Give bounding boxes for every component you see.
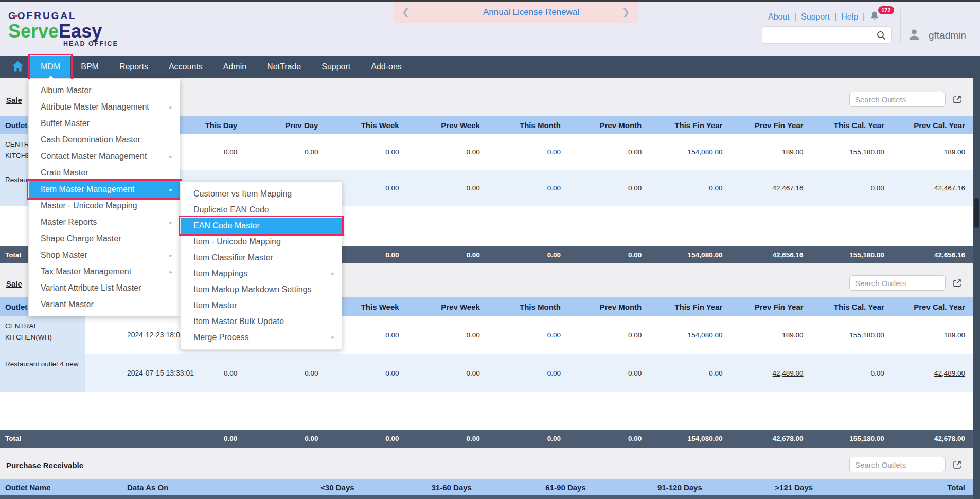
value-cell: 0.00	[407, 170, 488, 206]
menu-item-shop-master[interactable]: Shop Master▸	[29, 247, 180, 263]
menu-item-item-master-management[interactable]: Item Master Management▸	[29, 181, 180, 198]
value-link[interactable]: 155,180.00	[849, 331, 884, 339]
notifications-button[interactable]: 172	[869, 11, 895, 23]
submenu-item-item-unicode-mapping[interactable]: Item - Unicode Mapping	[181, 234, 342, 249]
banner-text[interactable]: Annual License Renewal	[409, 7, 622, 17]
menu-item-tax-master-management[interactable]: Tax Master Management▸	[29, 263, 180, 280]
column-header-prev-month: Prev Month	[569, 121, 650, 130]
menu-item-label: Master Reports	[41, 218, 97, 227]
value: 0.00	[628, 331, 642, 339]
menu-item-cash-denomination-master[interactable]: Cash Denomination Master	[29, 132, 180, 148]
value-link[interactable]: 189.00	[782, 331, 803, 339]
nav-item-admin[interactable]: Admin	[213, 56, 257, 78]
sales-table-2: Outlet NameThis DayPrev DayThis WeekPrev…	[0, 297, 973, 448]
user-menu[interactable]: gftadmin	[907, 27, 966, 44]
app-header: GOFRUGAL ServeEasy HEAD OFFICE ❮ Annual …	[0, 2, 980, 56]
total-value-cell: 154,080.00	[650, 251, 730, 259]
nav-item-accounts[interactable]: Accounts	[158, 56, 213, 78]
menu-item-shape-charge-master[interactable]: Shape Charge Master	[29, 230, 180, 247]
menu-item-label: Shop Master	[41, 251, 87, 260]
outlet-name-cell: Restaurant outlet 4 new	[0, 354, 85, 392]
value: 154,080.00	[688, 148, 723, 156]
about-link[interactable]: About	[768, 12, 790, 22]
column-header-this-cal-year: This Cal. Year	[812, 302, 893, 311]
menu-item-label: Variant Master	[41, 300, 94, 309]
total-value-cell: 0.00	[165, 435, 245, 442]
menu-item-label: Item Mappings	[193, 269, 247, 278]
search-outlets-input[interactable]	[849, 275, 946, 291]
total-value-cell: 0.00	[488, 435, 569, 442]
column-header-61-90-days: 61-90 Days	[509, 483, 623, 492]
value: 0.00	[467, 331, 480, 339]
search-outlets-input[interactable]	[849, 457, 946, 472]
item-master-management-submenu: Customer vs Item MappingDuplicate EAN Co…	[180, 181, 342, 350]
menu-item-attribute-master-management[interactable]: Attribute Master Management▸	[29, 99, 180, 115]
submenu-item-item-master[interactable]: Item Master	[181, 297, 342, 313]
home-button[interactable]	[5, 56, 30, 78]
submenu-item-item-mappings[interactable]: Item Mappings▸	[181, 265, 342, 281]
value: 0.00	[628, 369, 642, 377]
open-in-new-icon[interactable]	[953, 460, 961, 469]
value-cell: 0.00	[407, 316, 488, 354]
value-link[interactable]: 42,489.00	[773, 369, 804, 377]
value-link[interactable]: 189.00	[944, 331, 965, 339]
open-in-new-icon[interactable]	[953, 279, 961, 288]
nav-item-bpm[interactable]: BPM	[70, 56, 109, 78]
open-in-new-icon[interactable]	[953, 95, 961, 104]
menu-item-variant-master[interactable]: Variant Master	[29, 296, 180, 313]
submenu-item-duplicate-ean-code[interactable]: Duplicate EAN Code	[181, 202, 342, 218]
value-cell: 0.00	[488, 134, 569, 170]
value: 155,180.00	[849, 148, 884, 156]
menu-item-crate-master[interactable]: Crate Master	[29, 165, 180, 181]
column-header-prev-month: Prev Month	[569, 302, 650, 311]
column-header-this-cal-year: This Cal. Year	[812, 121, 893, 130]
nav-item-label: Support	[322, 62, 350, 72]
menu-item-label: Item Markup Markdown Settings	[193, 285, 311, 294]
support-link[interactable]: Support	[801, 12, 830, 22]
menu-item-album-master[interactable]: Album Master	[29, 82, 180, 99]
value-link[interactable]: 42,489.00	[934, 369, 965, 377]
submenu-item-item-markup-markdown-settings[interactable]: Item Markup Markdown Settings	[181, 281, 342, 297]
value: 0.00	[385, 369, 399, 377]
value-cell: 0.00	[407, 354, 488, 392]
banner-prev-icon[interactable]: ❮	[402, 7, 409, 18]
menu-item-label: Variant Attribute List Master	[41, 283, 141, 293]
submenu-item-ean-code-master[interactable]: EAN Code Master	[181, 218, 342, 234]
avatar-icon	[907, 27, 921, 44]
column-header-prev-cal-year: Prev Cal. Year	[893, 121, 973, 130]
menu-item-contact-master-management[interactable]: Contact Master Management▸	[29, 148, 180, 165]
value-link[interactable]: 154,080.00	[688, 331, 723, 339]
value-cell: 189.00	[893, 316, 973, 354]
nav-item-reports[interactable]: Reports	[109, 56, 158, 78]
submenu-item-customer-vs-item-mapping[interactable]: Customer vs Item Mapping	[181, 186, 342, 202]
value: 0.00	[385, 331, 399, 339]
search-icon[interactable]	[876, 30, 886, 40]
menu-item-buffet-master[interactable]: Buffet Master	[29, 115, 180, 132]
banner-next-icon[interactable]: ❯	[622, 7, 630, 18]
outlet-name: Restaurant outlet 4 new	[5, 359, 79, 370]
nav-item-label: NetTrade	[267, 62, 301, 72]
value-cell: 154,080.00	[650, 316, 730, 354]
menu-item-master-unicode-mapping[interactable]: Master - Unicode Mapping	[29, 198, 180, 214]
nav-item-add-ons[interactable]: Add-ons	[361, 56, 412, 78]
nav-item-mdm[interactable]: MDM	[30, 56, 70, 78]
submenu-arrow-icon: ▸	[169, 104, 172, 111]
help-link[interactable]: Help	[841, 12, 858, 22]
menu-item-master-reports[interactable]: Master Reports▸	[29, 214, 180, 230]
scrollbar-thumb[interactable]	[974, 198, 979, 228]
nav-item-support[interactable]: Support	[311, 56, 361, 78]
value: 0.00	[547, 148, 561, 156]
nav-item-nettrade[interactable]: NetTrade	[257, 56, 311, 78]
total-value-cell: 0.00	[569, 251, 650, 259]
value-cell: 0.00	[326, 134, 407, 170]
menu-item-label: Cash Denomination Master	[41, 135, 140, 145]
menu-item-variant-attribute-list-master[interactable]: Variant Attribute List Master	[29, 280, 180, 296]
search-outlets-input[interactable]	[849, 92, 946, 107]
column-header-prev-cal-year: Prev Cal. Year	[893, 302, 973, 311]
submenu-item-item-classifier-master[interactable]: Item Classifier Master	[181, 249, 342, 265]
submenu-item-item-master-bulk-update[interactable]: Item Master Bulk Update	[181, 313, 342, 329]
global-search-input[interactable]	[762, 27, 876, 43]
submenu-item-merge-process[interactable]: Merge Process▸	[181, 329, 342, 345]
value-cell: 42,467.16	[893, 170, 973, 206]
menu-item-label: Duplicate EAN Code	[193, 205, 269, 215]
